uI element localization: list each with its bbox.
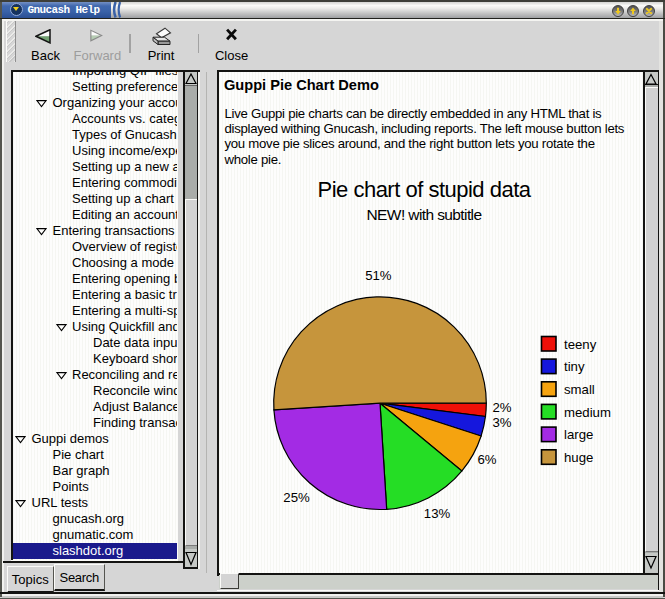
- svg-text:tiny: tiny: [564, 359, 585, 374]
- svg-text:3%: 3%: [492, 415, 511, 430]
- svg-text:6%: 6%: [477, 452, 496, 467]
- svg-text:small: small: [564, 382, 595, 397]
- svg-text:51%: 51%: [365, 268, 392, 283]
- svg-text:13%: 13%: [424, 506, 451, 521]
- svg-text:teeny: teeny: [564, 337, 597, 352]
- svg-text:huge: huge: [564, 450, 593, 465]
- svg-text:25%: 25%: [283, 490, 310, 505]
- svg-text:2%: 2%: [492, 400, 511, 415]
- svg-text:medium: medium: [564, 405, 611, 420]
- svg-text:large: large: [564, 427, 593, 442]
